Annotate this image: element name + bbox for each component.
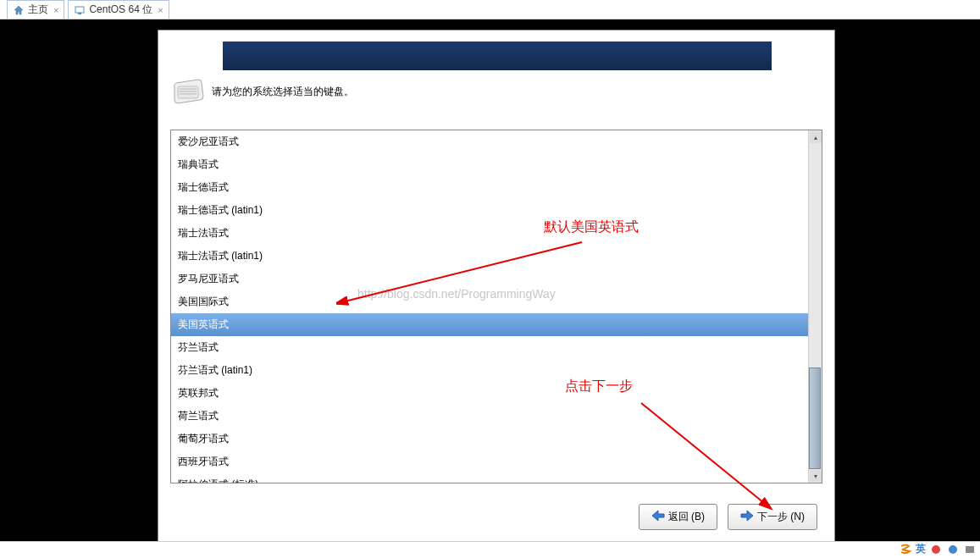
nav-button-row: 返回 (B) 下一步 (N) <box>639 504 817 530</box>
next-label: 下一步 (N) <box>757 510 805 524</box>
arrow-right-icon <box>740 510 754 524</box>
svg-rect-1 <box>78 13 81 14</box>
list-item[interactable]: 西班牙语式 <box>171 450 810 473</box>
back-label: 返回 (B) <box>668 510 705 524</box>
svg-rect-0 <box>75 7 84 13</box>
svg-rect-10 <box>966 546 974 553</box>
tab-centos[interactable]: CentOS 64 位 × <box>68 0 169 19</box>
list-item[interactable]: 荷兰语式 <box>171 405 810 428</box>
keyboard-icon <box>171 78 205 105</box>
list-item[interactable]: 英联邦式 <box>171 382 810 405</box>
home-icon <box>13 4 25 16</box>
list-item[interactable]: 芬兰语式 <box>171 336 810 359</box>
keyboard-list: 爱沙尼亚语式瑞典语式瑞士德语式瑞士德语式 (latin1)瑞士法语式瑞士法语式 … <box>170 130 822 483</box>
close-icon[interactable]: × <box>53 5 58 15</box>
back-button[interactable]: 返回 (B) <box>639 504 717 530</box>
svg-point-8 <box>932 545 940 554</box>
prompt-row: 请为您的系统选择适当的键盘。 <box>171 78 354 105</box>
ime-indicator[interactable]: 英 <box>916 542 926 556</box>
vm-icon <box>74 4 86 16</box>
installer-window: 请为您的系统选择适当的键盘。 爱沙尼亚语式瑞典语式瑞士德语式瑞士德语式 (lat… <box>158 30 835 544</box>
scrollbar[interactable]: ▴ ▾ <box>808 130 822 483</box>
tray-icon[interactable] <box>946 543 960 556</box>
list-item[interactable]: 瑞士法语式 (latin1) <box>171 245 810 268</box>
svg-rect-2 <box>178 86 198 98</box>
next-button[interactable]: 下一步 (N) <box>728 504 817 530</box>
tab-bar: 主页 × CentOS 64 位 × <box>0 0 980 19</box>
tray-icon[interactable] <box>929 543 943 556</box>
list-item[interactable]: 芬兰语式 (latin1) <box>171 359 810 382</box>
scroll-down-icon[interactable]: ▾ <box>810 470 822 482</box>
status-bar: 英 <box>0 541 980 558</box>
tray-s-icon[interactable] <box>899 543 912 556</box>
list-item[interactable]: 美国国际式 <box>171 290 810 313</box>
list-item[interactable]: 瑞典语式 <box>171 153 810 176</box>
tab-label: CentOS 64 位 <box>89 3 152 17</box>
list-item[interactable]: 葡萄牙语式 <box>171 428 810 450</box>
tab-label: 主页 <box>28 3 48 17</box>
header-banner <box>223 41 772 70</box>
list-item[interactable]: 瑞士法语式 <box>171 222 810 245</box>
list-item[interactable]: 美国英语式 <box>171 313 810 336</box>
list-item[interactable]: 罗马尼亚语式 <box>171 268 810 290</box>
arrow-left-icon <box>651 510 665 524</box>
list-item[interactable]: 瑞士德语式 (latin1) <box>171 199 810 222</box>
list-item[interactable]: 爱沙尼亚语式 <box>171 130 810 153</box>
list-item[interactable]: 阿拉伯语式 (标准) <box>171 473 810 483</box>
tab-home[interactable]: 主页 × <box>7 0 64 19</box>
prompt-text: 请为您的系统选择适当的键盘。 <box>212 85 354 99</box>
list-item[interactable]: 瑞士德语式 <box>171 176 810 199</box>
status-tray: 英 <box>899 542 977 556</box>
scroll-thumb[interactable] <box>809 367 821 469</box>
close-icon[interactable]: × <box>158 5 163 15</box>
scroll-up-icon[interactable]: ▴ <box>810 131 822 143</box>
svg-point-9 <box>949 545 957 554</box>
tray-icon[interactable] <box>963 543 977 556</box>
